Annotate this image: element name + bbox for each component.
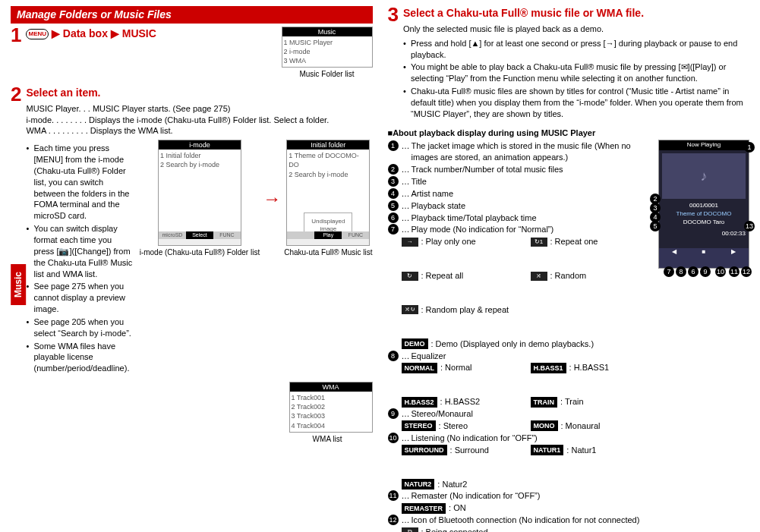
- bullet-list: Press and hold [▲] for at least one seco…: [403, 38, 749, 120]
- fig-title: Initial folder: [287, 140, 369, 150]
- fig-line: 1 MUSIC Player: [284, 38, 371, 47]
- fig-music-folder: Music 1 MUSIC Player 2 i-mode 3 WMA: [282, 27, 373, 68]
- fig-line: 2 Search by i-mode: [289, 170, 367, 179]
- info-text: Equalizer: [412, 351, 446, 362]
- bullet: Some WMA files have playable license (nu…: [26, 341, 133, 375]
- side-tab-music: Music: [11, 264, 26, 305]
- info-item: 12…Icon of Bluetooth connection (No indi…: [388, 515, 654, 526]
- step3-intro: Only the selected music file is played b…: [403, 24, 749, 35]
- info-text: Title: [412, 176, 427, 187]
- about-heading: ■About playback display during using MUS…: [388, 127, 750, 139]
- mode-label: : Being connected: [421, 527, 488, 532]
- fig-line: 2 i-mode: [284, 47, 371, 56]
- section-head: Manage Folders or Music Files: [11, 6, 373, 24]
- bullet: See page 275 when you cannot display a p…: [26, 281, 133, 315]
- info-subgrid: →: Play only one↻1: Repeat one↻: Repeat …: [388, 236, 654, 349]
- info-text: Remaster (No indication for “OFF”): [412, 490, 541, 502]
- info-number-icon: 7: [388, 224, 399, 235]
- fig-line: 3 Track003: [292, 411, 371, 420]
- arrow-right-icon: →: [263, 187, 281, 211]
- info-item: 1…The jacket image which is stored in th…: [388, 140, 654, 163]
- np-track: 0001/0001: [662, 202, 746, 210]
- info-subgrid: NORMAL: NormalH.BASS1: H.BASS1H.BASS2: H…: [388, 362, 654, 408]
- mode-icon: REMASTER: [402, 503, 446, 514]
- np-time: 00:02:33: [662, 230, 746, 238]
- fig-music-list: Initial folder 1 Theme of DOCOMO-DO 2 Se…: [286, 140, 370, 246]
- info-number-icon: 5: [388, 200, 399, 211]
- breadcrumb-b: MUSIC: [122, 27, 156, 39]
- mode-icon: ⧉: [402, 527, 418, 532]
- breadcrumb-a: Data box: [63, 27, 108, 39]
- info-item: 10…Listening (No indication for “OFF”): [388, 433, 654, 444]
- mode-icon: ↻: [402, 272, 418, 281]
- step-1: 1 MENU ▶ Data box ▶ MUSIC Mu: [11, 27, 373, 80]
- mode-item: DEMO: Demo (Displayed only in demo playb…: [402, 338, 594, 350]
- mode-icon: TRAIN: [531, 397, 558, 408]
- fig-line: 2 Search by i-mode: [160, 160, 239, 169]
- mode-icon: H.BASS2: [402, 397, 437, 408]
- mode-icon: SURROUND: [402, 445, 447, 455]
- mode-icon: MONO: [531, 420, 558, 431]
- info-subgrid: STEREO: StereoMONO: Monaural: [388, 420, 654, 432]
- info-text: Icon of Bluetooth connection (No indicat…: [412, 515, 640, 526]
- info-number-icon: 12: [388, 515, 399, 525]
- info-number-icon: 9: [388, 408, 399, 419]
- fig-title: WMA: [290, 382, 372, 392]
- fig-line: 1 Theme of DOCOMO-DO: [289, 151, 367, 169]
- mode-label: : Play only one: [421, 236, 476, 247]
- mode-icon: DEMO: [402, 338, 428, 349]
- mode-icon: ↻1: [531, 238, 547, 247]
- bullet-list: Each time you press [MENU] from the i-mo…: [26, 143, 133, 374]
- fig-line: 3 WMA: [284, 56, 371, 65]
- mode-item: ⤨↻: Random play & repeat: [402, 304, 509, 316]
- step-3: 3 Select a Chaku-uta Full® music file or…: [388, 6, 750, 123]
- step2-line: MUSIC Player. . . MUSIC Player starts. (…: [26, 103, 372, 115]
- mode-item: H.BASS2: H.BASS2: [402, 396, 508, 408]
- mode-item: H.BASS1: H.BASS1: [531, 362, 637, 373]
- info-item: 8…Equalizer: [388, 351, 654, 362]
- fig-caption: WMA list: [26, 434, 372, 445]
- fig-line: 1 Track001: [292, 393, 371, 402]
- mode-icon: NATUR1: [531, 445, 564, 455]
- step-2: 2 Select an item. MUSIC Player. . . MUSI…: [11, 86, 373, 444]
- sep-icon: ▶: [111, 27, 119, 39]
- info-item: 5…Playback state: [388, 200, 654, 212]
- fig-title: i-mode: [159, 140, 241, 150]
- mode-item: ↻1: Repeat one: [531, 236, 637, 247]
- mode-label: : Stereo: [439, 420, 468, 432]
- fig-caption: i-mode (Chaku-uta Full®) Folder list: [140, 247, 260, 258]
- mode-item: NATUR1: Natur1: [531, 445, 637, 456]
- info-item: 11…Remaster (No indication for “OFF”): [388, 490, 654, 502]
- fig-imode-folder: i-mode 1 Initial folder 2 Search by i-mo…: [158, 140, 241, 246]
- mode-item: NORMAL: Normal: [402, 362, 508, 373]
- mode-icon: ⤨: [531, 272, 547, 281]
- info-number-icon: 6: [388, 212, 399, 223]
- bullet: Chaku-uta Full® music files are shown by…: [403, 86, 749, 120]
- mode-item: NATUR2: Natur2: [402, 479, 508, 490]
- info-item: 4…Artist name: [388, 188, 654, 200]
- fig-line: 4 Track004: [292, 421, 371, 430]
- np-artist: DOCOMO Taro: [662, 219, 746, 227]
- info-item: 7…Play mode (No indication for “Normal”): [388, 224, 654, 235]
- mode-item: →: Play only one: [402, 236, 508, 247]
- fig-caption: Music Folder list: [282, 69, 373, 80]
- bullet: Press and hold [▲] for at least one seco…: [403, 38, 749, 61]
- step-number: 3: [388, 5, 399, 123]
- info-number-icon: 3: [388, 176, 399, 187]
- info-text: The jacket image which is stored in the …: [412, 140, 654, 163]
- info-subgrid: ⧉: Being connected: [388, 527, 654, 532]
- bullet: You might be able to play back a Chaku-u…: [403, 61, 749, 84]
- info-text: Playback state: [412, 200, 466, 212]
- info-text: Stereo/Monaural: [412, 408, 473, 420]
- info-item: 3…Title: [388, 176, 654, 187]
- bullet: You can switch display format each time …: [26, 223, 133, 279]
- mode-label: : H.BASS1: [569, 362, 610, 373]
- menu-key-icon: MENU: [26, 29, 49, 39]
- sep-icon: ▶: [52, 27, 60, 39]
- info-number-icon: 10: [388, 433, 399, 443]
- info-subgrid: SURROUND: SurroundNATUR1: Natur1NATUR2: …: [388, 445, 654, 490]
- mode-label: : Repeat all: [421, 270, 464, 282]
- info-number-icon: 2: [388, 164, 399, 175]
- fig-line: 2 Track002: [292, 402, 371, 411]
- fig-title: Music: [282, 27, 372, 36]
